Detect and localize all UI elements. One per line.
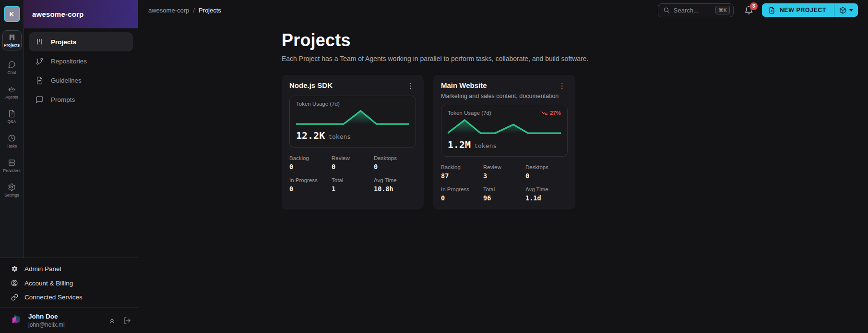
icon-rail: K Projects Chat A [0,0,24,258]
project-cards: Node.js SDK ⋮ Token Usage (7d) 12.2K tok… [282,75,868,210]
footer-item-connected-services[interactable]: Connected Services [0,290,138,304]
chevron-down-icon [849,9,853,12]
token-usage-sparkline [448,118,561,136]
rail-item-chat[interactable]: Chat [8,61,16,75]
stat-total: Total1 [332,177,374,193]
usage-unit: tokens [328,133,351,140]
stat-total: Total96 [483,186,525,202]
rail-item-label: Agents [5,95,18,99]
rail-item-tasks[interactable]: Tasks [7,134,17,148]
rail-item-qa[interactable]: ? Q&A [8,110,16,124]
new-project-label: NEW PROJECT [780,7,826,13]
question-file-icon: ? [8,110,16,118]
card-title: Node.js SDK [289,81,405,89]
stat-in-progress: In Progress0 [289,177,332,193]
logout-icon[interactable] [123,317,131,324]
account-icon [11,279,18,287]
app-root: K Projects Chat A [0,0,868,333]
projects-icon [8,34,16,41]
sidebar-item-prompts[interactable]: Prompts [29,90,133,109]
token-usage-sparkline [296,109,409,127]
org-name: awesome-corp [32,10,83,18]
sidebar-footer: Admin Panel Account & Billing Connected … [0,258,138,333]
file-plus-icon [768,7,775,14]
stat-review: Review3 [483,164,525,180]
page-subtitle: Each Project has a Team of Agents workin… [282,55,868,62]
project-type-dropdown[interactable] [834,3,858,17]
rail-item-label: Tasks [7,144,17,148]
sidebar-item-label: Repositories [51,58,87,65]
sidebar-nav: Projects Repositories Guidelines [24,28,138,109]
chat-icon [8,61,16,69]
user-name: John Doe [28,313,102,320]
left-panel: K Projects Chat A [0,0,138,333]
rail-item-label: Chat [8,70,16,75]
token-usage-panel: Token Usage (7d) 27% 1.2M tokens [441,105,568,157]
clock-icon [8,134,16,142]
project-card-nodejs-sdk[interactable]: Node.js SDK ⋮ Token Usage (7d) 12.2K tok… [282,75,424,210]
project-card-main-website[interactable]: Main Website ⋮ Marketing and sales conte… [433,75,575,210]
breadcrumb-current: Projects [199,7,221,14]
footer-item-label: Connected Services [24,294,83,301]
usage-label: Token Usage (7d) [448,110,541,116]
collapse-chevrons-up-icon[interactable] [108,317,116,324]
sidebar: awesome-corp Projects Repositories [24,0,138,258]
user-row: John Doe john@helix.ml [0,308,138,333]
stat-review: Review0 [332,155,374,171]
user-email: john@helix.ml [28,321,102,328]
footer-item-account-billing[interactable]: Account & Billing [0,276,138,290]
sidebar-item-guidelines[interactable]: Guidelines [29,71,133,90]
sidebar-item-label: Prompts [51,96,75,103]
svg-text:?: ? [11,112,12,115]
stat-backlog: Backlog87 [441,164,483,180]
document-icon [35,76,44,85]
rail-item-label: Settings [4,193,19,197]
package-icon [839,7,846,14]
topbar: awesome-corp / Projects ⌘K 3 [138,0,868,20]
notifications-button[interactable]: 3 [744,6,753,15]
stat-in-progress: In Progress0 [441,186,483,202]
sidebar-item-repositories[interactable]: Repositories [29,51,133,71]
stat-avg-time: Avg Time10.8h [374,177,416,193]
gear-icon [8,183,16,191]
git-branch-icon [35,57,44,65]
stat-desktops: Desktops0 [525,164,568,180]
stat-backlog: Backlog0 [289,155,332,171]
org-avatar[interactable]: K [4,6,20,22]
stats-grid: Backlog87 Review3 Desktops0 In Progress0… [441,164,568,202]
breadcrumb-org[interactable]: awesome-corp [148,7,189,14]
kebab-menu-icon[interactable]: ⋮ [557,81,568,90]
search-shortcut: ⌘K [715,6,730,14]
rail-item-projects[interactable]: Projects [2,30,22,50]
new-project-button[interactable]: NEW PROJECT [762,3,834,17]
page-content: Projects Each Project has a Team of Agen… [138,20,868,333]
projects-icon [35,38,44,46]
usage-unit: tokens [474,142,497,149]
rail-item-providers[interactable]: Providers [3,159,21,173]
rail-item-label: Providers [3,168,21,173]
server-icon [8,159,16,167]
token-usage-panel: Token Usage (7d) 12.2K tokens [289,96,416,148]
search-box: ⌘K [658,3,734,17]
search-input[interactable] [674,7,712,14]
left-panel-main: K Projects Chat A [0,0,138,258]
kebab-menu-icon[interactable]: ⋮ [405,81,416,90]
gear-filled-icon [11,265,18,272]
rail-item-agents[interactable]: Agents [5,85,18,99]
sidebar-item-label: Projects [51,38,76,46]
trend-value: 27% [550,110,561,116]
robot-icon [8,85,16,93]
sidebar-item-label: Guidelines [51,77,82,84]
footer-item-label: Account & Billing [24,280,73,287]
page-title: Projects [282,30,868,50]
sidebar-item-projects[interactable]: Projects [29,32,133,51]
main-area: awesome-corp / Projects ⌘K 3 [138,0,868,333]
user-actions [108,317,131,324]
stat-avg-time: Avg Time1.1d [525,186,568,202]
link-icon [11,294,18,301]
breadcrumb: awesome-corp / Projects [148,7,221,14]
rail-item-settings[interactable]: Settings [4,183,19,197]
rail-item-label: Q&A [8,119,16,124]
footer-item-admin-panel[interactable]: Admin Panel [0,262,138,276]
rail-item-label: Projects [4,43,20,48]
